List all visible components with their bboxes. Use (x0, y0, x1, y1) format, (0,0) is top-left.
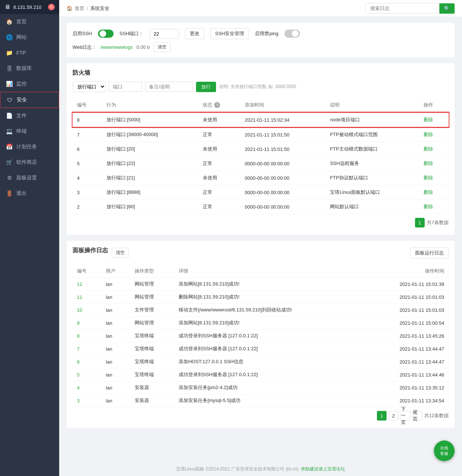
files-icon: 📄 (6, 112, 13, 119)
log-cell-user: lan (101, 291, 130, 304)
table-row: 2 放行端口:[80] 正常 0000-00-00 00:00:00 网站默认端… (72, 200, 449, 214)
logout-icon: 🚪 (6, 190, 13, 197)
float-customer-service[interactable]: 在线客服 (434, 440, 455, 461)
log-section: 面板操作日志 清空 面板运行日志 编号 用户 操作类型 详情 操作时间 (67, 241, 455, 428)
log-next-btn[interactable]: 下一页 (401, 411, 410, 421)
sidebar-item-files[interactable]: 📄 文件 (0, 108, 59, 124)
sidebar-item-database[interactable]: 🗄 数据库 (0, 61, 59, 76)
log-cell-type: 安装器 (130, 381, 174, 394)
log-cell-id: 6 (72, 355, 101, 368)
cell-id: 2 (72, 200, 102, 214)
notification-badge[interactable]: 0 (48, 4, 55, 10)
log-col-type: 操作类型 (130, 265, 174, 278)
sidebar-item-security[interactable]: 🛡 安全 (0, 92, 59, 108)
log-cell-user: lan (101, 317, 130, 330)
log-last-btn[interactable]: 尾页 (412, 411, 422, 421)
delete-button[interactable]: 删除 (424, 160, 433, 167)
topbar: 🏠 首页 / 系统安全 🔍 (59, 0, 462, 17)
server-address: 8.131.59.210 (13, 4, 41, 10)
log-cell-time: 2021-01-11 13:44:47 (365, 342, 449, 355)
breadcrumb-current: 系统安全 (90, 5, 109, 12)
pagination-total: 共7条数据 (427, 219, 449, 226)
delete-button[interactable]: 删除 (424, 131, 433, 138)
log-cell-user: lan (101, 342, 130, 355)
log-header-left: 面板操作日志 清空 (72, 247, 129, 259)
sidebar-item-logout[interactable]: 🚪 退出 (0, 186, 59, 201)
log-pagination: 1 2 下一页 尾页 共12条数据 (72, 407, 449, 422)
clear-oplog-button[interactable]: 清空 (112, 248, 129, 258)
search-button[interactable]: 🔍 (439, 3, 455, 14)
change-port-button[interactable]: 更改 (185, 28, 204, 39)
sidebar-item-home[interactable]: 🏠 首页 (0, 14, 59, 30)
sidebar-item-label: FTP (16, 50, 26, 56)
sidebar-item-monitor[interactable]: 📊 监控 (0, 76, 59, 92)
log-cell-type: 宝塔终端 (130, 330, 174, 342)
log-row: 4 lan 安装器 添加安装任务[pm2-4.2]成功 2021-01-11 1… (72, 381, 449, 394)
footer-text: 宝塔Linux面板 ©2014-2021 广东堂塔安全技术有限公司 (bt.cn… (176, 466, 299, 472)
ssh-mgmt-button[interactable]: SSH安全管理 (210, 28, 249, 39)
delete-button[interactable]: 删除 (424, 117, 433, 123)
cell-action: 放行端口:[21] (102, 171, 198, 185)
ssh-port-input[interactable] (149, 29, 179, 39)
log-cell-detail: 添加网站[8.131.59.210]成功! (174, 317, 365, 330)
log-cell-time: 2021-01-11 13:44:47 (365, 355, 449, 368)
log-cell-user: lan (101, 355, 130, 368)
delete-button[interactable]: 删除 (424, 203, 433, 210)
sidebar-item-label: 安全 (17, 97, 27, 103)
log-cell-user: lan (101, 394, 130, 407)
footer-link[interactable]: 求助建议请上宝塔论坛 (301, 466, 345, 472)
toggle-thumb (100, 30, 106, 37)
appstore-icon: 🛒 (6, 159, 13, 166)
delete-button[interactable]: 删除 (424, 146, 433, 152)
log-table: 编号 用户 操作类型 详情 操作时间 12 lan 网站管理 添加网站[8.13… (72, 265, 449, 407)
remark-input[interactable] (145, 82, 193, 92)
page-1[interactable]: 1 (415, 218, 425, 227)
log-col-user: 用户 (101, 265, 130, 278)
web-log-size: 0.00 b (136, 44, 150, 50)
breadcrumb-home[interactable]: 首页 (75, 5, 84, 12)
sidebar-item-terminal[interactable]: 💻 终端 (0, 124, 59, 139)
log-page-1[interactable]: 1 (377, 411, 387, 421)
log-row: 3 lan 安装器 添加安装任务[mysql-5.5]成功 2021-01-11… (72, 394, 449, 407)
log-table-header: 编号 用户 操作类型 详情 操作时间 (72, 265, 449, 278)
status-help-icon[interactable]: ? (214, 102, 220, 108)
delete-button[interactable]: 删除 (424, 189, 433, 196)
sidebar-item-website[interactable]: 🌐 网站 (0, 30, 59, 45)
sidebar-item-label: 计划任务 (16, 144, 37, 150)
log-cell-id: 11 (72, 291, 101, 304)
sidebar-item-tasks[interactable]: 📅 计划任务 (0, 139, 59, 155)
web-log-path[interactable]: /www/wwwlogs (101, 44, 133, 50)
port-type-select[interactable]: 放行端口 (72, 81, 106, 92)
log-col-detail: 详情 (174, 265, 365, 278)
log-cell-type: 网站管理 (130, 291, 174, 304)
ssh-toggle[interactable] (98, 30, 114, 38)
sidebar-item-label: 数据库 (16, 65, 32, 72)
run-button[interactable]: 放行 (196, 82, 216, 92)
log-page-2[interactable]: 2 (389, 411, 398, 421)
cell-id: 4 (72, 171, 102, 185)
cell-status: 未使用 (198, 142, 240, 156)
ping-toggle[interactable] (284, 30, 300, 38)
clear-log-button[interactable]: 清空 (154, 42, 171, 52)
log-cell-detail: 添加安装任务[pm2-4.2]成功 (174, 381, 365, 394)
log-cell-type: 宝塔终端 (130, 355, 174, 368)
table-row: 8 放行端口:[5000] 未使用 2021-01-11 15:02:34 no… (72, 112, 449, 127)
sidebar-item-settings[interactable]: ⚙ 面板设置 (0, 170, 59, 186)
cell-remark: FTP协议默认端口 (326, 171, 419, 185)
ping-toggle-thumb (292, 30, 299, 37)
delete-button[interactable]: 删除 (424, 175, 433, 181)
cell-action: 放行端口:[39000-40000] (102, 127, 198, 142)
ssh-section: 启用SSH SSH端口： 更改 SSH安全管理 启用禁ping (67, 23, 455, 57)
col-op: 操作 (419, 98, 449, 112)
security-icon: 🛡 (6, 97, 13, 103)
sidebar-item-ftp[interactable]: 📁 FTP (0, 45, 59, 61)
cell-remark: FTP被动模式端口范围 (326, 127, 419, 142)
table-row: 5 放行端口:[22] 正常 0000-00-00 00:00:00 SSH远程… (72, 156, 449, 171)
run-log-button[interactable]: 面板运行日志 (410, 247, 449, 259)
log-row: 10 lan 文件管理 移动文件[/www/wwwroot/8.131.59.2… (72, 304, 449, 317)
float-btn-label: 在线客服 (440, 445, 448, 456)
search-input[interactable] (365, 3, 439, 14)
sidebar-item-appstore[interactable]: 🛒 软件商店 (0, 155, 59, 170)
port-input[interactable] (109, 82, 142, 92)
log-title: 面板操作日志 (72, 247, 108, 254)
